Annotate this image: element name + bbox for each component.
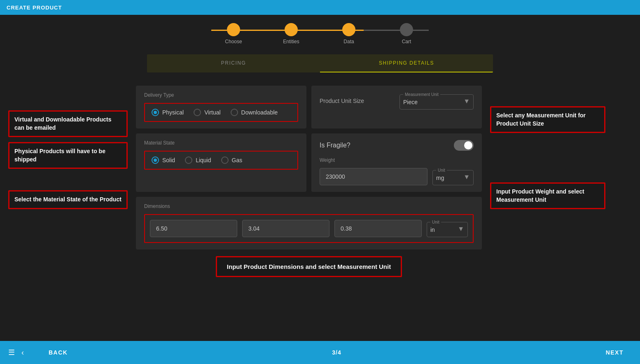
dim1-input[interactable] [150, 220, 237, 237]
radio-virtual[interactable]: Virtual [194, 109, 220, 116]
weight-input[interactable] [320, 168, 427, 185]
measurement-unit-legend: Measurement Unit [403, 92, 440, 97]
stepper-inner: Choose Entities Data Cart [205, 23, 435, 44]
form-center: Delivery Type Physical Virtual [136, 86, 482, 277]
hamburger-icon[interactable]: ☰ [8, 348, 15, 357]
step-entities[interactable]: Entities [262, 23, 320, 44]
radio-circle-downloadable [231, 109, 238, 116]
measurement-unit-fieldset: Measurement Unit Piece Box Set Pack ▼ [399, 92, 474, 110]
dimensions-row: Unit in cm mm ft m ▼ [144, 214, 474, 243]
step-cart[interactable]: Cart [378, 23, 435, 44]
radio-circle-virtual [194, 109, 201, 116]
back-button[interactable]: BACK [32, 341, 84, 364]
radio-label-downloadable: Downloadable [241, 109, 278, 116]
main-content: Choose Entities Data Cart PRICING SHIPPI… [0, 15, 640, 334]
bottom-left: ☰ ‹ [0, 348, 32, 357]
step-choose[interactable]: Choose [205, 23, 262, 44]
stepper: Choose Entities Data Cart [8, 23, 632, 44]
radio-circle-physical [152, 109, 159, 116]
radio-gas[interactable]: Gas [221, 156, 243, 164]
step-circle-cart [400, 23, 413, 36]
material-state-label: Material State [144, 140, 298, 146]
dimensions-unit-select[interactable]: in cm mm ft m [430, 226, 464, 233]
fragile-row: Is Fragile? [320, 140, 474, 151]
step-label-choose: Choose [225, 39, 242, 44]
weight-unit-select[interactable]: mg g kg lb oz [436, 175, 470, 181]
step-circle-entities [285, 23, 298, 36]
step-label-cart: Cart [402, 39, 411, 44]
radio-physical[interactable]: Physical [152, 109, 184, 116]
radio-label-virtual: Virtual [204, 109, 220, 116]
step-label-data: Data [343, 39, 354, 44]
radio-downloadable[interactable]: Downloadable [231, 109, 278, 116]
unit-size-inner: Product Unit Size Measurement Unit Piece… [320, 92, 474, 110]
annotation-measurement-unit: Select any Measurement Unit for Product … [490, 106, 605, 133]
dimensions-unit-legend: Unit [430, 220, 441, 224]
product-unit-size-label: Product Unit Size [320, 98, 364, 104]
weight-row: Unit mg g kg lb oz ▼ [320, 168, 474, 185]
left-annotations: Virtual and Downloadable Products can be… [8, 86, 136, 209]
step-circle-choose [227, 23, 240, 36]
step-label-entities: Entities [283, 39, 299, 44]
radio-liquid[interactable]: Liquid [185, 156, 211, 164]
radio-circle-liquid [185, 156, 192, 164]
row-delivery-unitsize: Delivery Type Physical Virtual [136, 86, 482, 128]
delivery-type-label: Delivery Type [144, 92, 298, 98]
tab-pricing[interactable]: PRICING [147, 54, 320, 72]
weight-unit-legend: Unit [436, 168, 447, 173]
right-annotations: Select any Measurement Unit for Product … [482, 86, 605, 209]
annotation-virtual-email: Virtual and Downloadable Products can be… [8, 110, 128, 137]
fragile-toggle[interactable] [454, 140, 474, 151]
dim2-input[interactable] [242, 220, 329, 237]
radio-label-solid: Solid [162, 157, 175, 163]
dim3-input[interactable] [334, 220, 422, 237]
weight-unit-fieldset: Unit mg g kg lb oz ▼ [432, 168, 474, 185]
weight-section: Weight Unit mg g kg lb oz [320, 157, 474, 185]
delivery-type-radio-group: Physical Virtual Downloadable [144, 103, 298, 122]
annotation-dimensions: Input Product Dimensions and select Meas… [216, 256, 402, 277]
annotation-weight: Input Product Weight and select Measurem… [490, 182, 605, 209]
unit-size-select-wrapper: Measurement Unit Piece Box Set Pack ▼ [399, 92, 474, 110]
toggle-slider [454, 140, 474, 151]
dimensions-panel: Dimensions Unit in cm mm ft m [136, 197, 482, 250]
annotation-material-state: Select the Material State of the Product [8, 190, 128, 209]
fragile-label: Is Fragile? [320, 142, 350, 149]
app-title: CREATE PRODUCT [7, 5, 62, 11]
back-arrow-icon[interactable]: ‹ [21, 348, 24, 357]
radio-circle-solid [152, 156, 159, 164]
bottom-bar: ☰ ‹ BACK 3/4 NEXT [0, 341, 640, 364]
tabs-bar: PRICING SHIPPING DETAILS [147, 54, 493, 72]
row-material-fragile-weight: Material State Solid Liquid Gas [136, 133, 482, 192]
radio-solid[interactable]: Solid [152, 156, 175, 164]
radio-circle-gas [221, 156, 229, 164]
material-state-radio-group: Solid Liquid Gas [144, 151, 298, 170]
top-bar: CREATE PRODUCT [0, 0, 640, 15]
fragile-weight-panel: Is Fragile? Weight Unit [311, 133, 482, 192]
tab-shipping[interactable]: SHIPPING DETAILS [320, 54, 493, 72]
dimensions-label: Dimensions [144, 203, 474, 209]
progress-indicator: 3/4 [84, 349, 589, 356]
unit-size-panel: Product Unit Size Measurement Unit Piece… [311, 86, 482, 128]
radio-label-gas: Gas [232, 157, 243, 163]
step-data[interactable]: Data [320, 23, 378, 44]
annotation-physical-ship: Physical Products will have to be shippe… [8, 142, 128, 169]
weight-label: Weight [320, 157, 474, 163]
radio-label-physical: Physical [162, 109, 184, 116]
measurement-unit-select[interactable]: Piece Box Set Pack [403, 99, 470, 105]
step-circle-data [342, 23, 355, 36]
dimensions-unit-fieldset: Unit in cm mm ft m ▼ [427, 220, 468, 237]
radio-label-liquid: Liquid [196, 157, 211, 163]
delivery-type-panel: Delivery Type Physical Virtual [136, 86, 306, 128]
next-button[interactable]: NEXT [589, 341, 640, 364]
content-area: Virtual and Downloadable Products can be… [8, 86, 632, 334]
material-state-panel: Material State Solid Liquid Gas [136, 133, 306, 192]
